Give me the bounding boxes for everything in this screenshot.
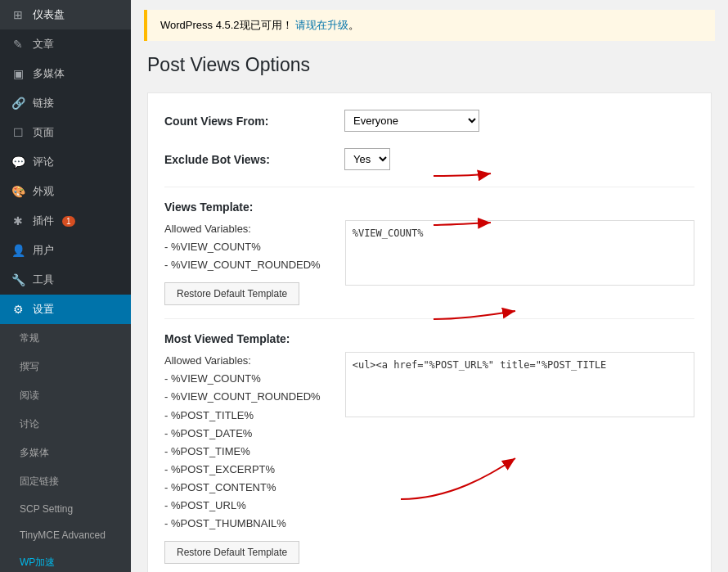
most-viewed-vars-list: - %VIEW_COUNT%- %VIEW_COUNT_ROUNDED%- %P… [164,370,321,533]
most-viewed-var-item: - %POST_EXCERPT% [164,461,321,479]
sidebar-submenu: 常规撰写阅读讨论多媒体固定链接SCP SettingTinyMCE Advanc… [0,324,131,572]
exclude-bot-select[interactable]: YesNo [344,148,390,170]
most-viewed-allowed-title: Allowed Variables: [164,352,321,370]
divider2 [164,318,694,319]
sidebar-label-links: 链接 [33,96,54,110]
submenu-item-reading[interactable]: 阅读 [0,381,131,410]
sidebar-label-tools: 工具 [33,272,54,287]
update-notice: WordPress 4.5.2现已可用！ 请现在升级。 [144,10,715,41]
views-var-item: - %VIEW_COUNT% [164,238,321,256]
most-viewed-var-item: - %VIEW_COUNT_ROUNDED% [164,388,321,406]
restore-views-btn[interactable]: Restore Default Template [164,282,299,305]
sidebar-label-dashboard: 仪表盘 [33,7,65,22]
submenu-label-permalinks: 固定链接 [20,475,59,489]
sidebar: ⊞仪表盘✎文章▣多媒体🔗链接☐页面💬评论🎨外观✱插件1👤用户🔧工具⚙设置常规撰写… [0,0,131,572]
sidebar-item-media[interactable]: ▣多媒体 [0,59,131,88]
most-viewed-var-item: - %POST_THUMBNAIL% [164,515,321,533]
sidebar-label-posts: 文章 [33,37,54,52]
most-viewed-var-item: - %POST_DATE% [164,425,321,443]
views-template-content: Allowed Variables: - %VIEW_COUNT%- %VIEW… [164,220,694,305]
most-viewed-title: Most Viewed Template: [164,332,694,345]
submenu-label-scp: SCP Setting [20,503,73,515]
views-template-section: Views Template: Allowed Variables: - %VI… [164,200,694,305]
submenu-item-tinymce[interactable]: TinyMCE Advanced [0,522,131,548]
options-block: Count Views From: EveryoneGuests OnlyReg… [147,92,712,572]
most-viewed-var-item: - %POST_TIME% [164,443,321,461]
restore-most-viewed-btn[interactable]: Restore Default Template [164,541,299,564]
submenu-label-discussion: 讨论 [20,417,39,431]
upgrade-link[interactable]: 请现在升级 [295,19,348,31]
most-viewed-content: Allowed Variables: - %VIEW_COUNT%- %VIEW… [164,352,694,564]
sidebar-item-plugins[interactable]: ✱插件1 [0,206,131,236]
content-area: Post Views Options [131,41,728,572]
main-content: WordPress 4.5.2现已可用！ 请现在升级。 Post Views O… [131,0,728,572]
most-viewed-section: Most Viewed Template: Allowed Variables:… [164,332,694,564]
sidebar-item-comments[interactable]: 💬评论 [0,147,131,177]
sidebar-label-appearance: 外观 [33,184,54,199]
appearance-icon: 🎨 [10,185,26,198]
views-vars-list: - %VIEW_COUNT%- %VIEW_COUNT_ROUNDED% [164,238,321,274]
sidebar-label-pages: 页面 [33,125,54,140]
most-viewed-template-editor[interactable]: <ul><a href="%POST_URL%" title="%POST_TI… [345,352,694,417]
submenu-item-general[interactable]: 常规 [0,324,131,353]
media-icon: ▣ [10,67,26,80]
most-viewed-var-item: - %POST_TITLE% [164,407,321,425]
links-icon: 🔗 [10,97,26,110]
sidebar-item-tools[interactable]: 🔧工具 [0,265,131,295]
views-template-title: Views Template: [164,200,694,214]
views-template-editor[interactable]: %VIEW_COUNT% [345,220,694,286]
views-var-item: - %VIEW_COUNT_ROUNDED% [164,256,321,274]
pages-icon: ☐ [10,126,26,139]
posts-icon: ✎ [10,38,26,51]
sidebar-item-posts[interactable]: ✎文章 [0,29,131,59]
submenu-item-discussion[interactable]: 讨论 [0,410,131,439]
count-views-row: Count Views From: EveryoneGuests OnlyReg… [164,110,694,132]
comments-icon: 💬 [10,155,26,169]
views-allowed-title: Allowed Variables: [164,220,321,238]
submenu-item-media-sub[interactable]: 多媒体 [0,439,131,467]
tools-icon: 🔧 [10,273,26,286]
divider1 [164,187,694,187]
most-viewed-var-item: - %POST_URL% [164,497,321,515]
sidebar-item-appearance[interactable]: 🎨外观 [0,177,131,206]
settings-icon: ⚙ [10,303,26,316]
submenu-item-permalinks[interactable]: 固定链接 [0,467,131,496]
sidebar-item-settings[interactable]: ⚙设置 [0,295,131,324]
plugins-icon: ✱ [10,214,26,227]
most-viewed-left: Allowed Variables: - %VIEW_COUNT%- %VIEW… [164,352,321,564]
submenu-label-writing: 撰写 [20,360,39,374]
submenu-item-scp[interactable]: SCP Setting [0,496,131,522]
most-viewed-var-item: - %POST_CONTENT% [164,479,321,497]
sidebar-item-users[interactable]: 👤用户 [0,236,131,265]
submenu-item-writing[interactable]: 撰写 [0,353,131,381]
sidebar-label-comments: 评论 [33,155,54,169]
exclude-bot-row: Exclude Bot Views: YesNo [164,148,694,170]
most-viewed-var-item: - %VIEW_COUNT% [164,370,321,388]
submenu-item-wp-jia-su[interactable]: WP加速 [0,548,131,572]
sidebar-label-users: 用户 [33,243,54,258]
most-viewed-template-value: <ul><a href="%POST_URL%" title="%POST_TI… [353,359,687,371]
submenu-label-media-sub: 多媒体 [20,446,49,460]
update-text: WordPress 4.5.2现已可用！ [160,19,293,31]
sidebar-item-links[interactable]: 🔗链接 [0,88,131,118]
sidebar-item-pages[interactable]: ☐页面 [0,118,131,147]
views-template-left: Allowed Variables: - %VIEW_COUNT%- %VIEW… [164,220,321,305]
submenu-label-tinymce: TinyMCE Advanced [20,529,106,541]
exclude-bot-label: Exclude Bot Views: [164,153,328,166]
submenu-label-reading: 阅读 [20,389,39,403]
dashboard-icon: ⊞ [10,8,26,21]
count-views-label: Count Views From: [164,115,328,128]
submenu-label-wp-jia-su: WP加速 [20,556,55,570]
count-views-select[interactable]: EveryoneGuests OnlyRegistered Users Only [344,110,479,132]
sidebar-label-plugins: 插件 [33,214,54,228]
page-title: Post Views Options [147,54,712,76]
sidebar-label-settings: 设置 [33,302,54,317]
badge-plugins: 1 [62,216,75,227]
sidebar-item-dashboard[interactable]: ⊞仪表盘 [0,0,131,29]
views-template-value: %VIEW_COUNT% [353,227,687,239]
users-icon: 👤 [10,244,26,257]
submenu-label-general: 常规 [20,331,39,345]
sidebar-label-media: 多媒体 [33,66,65,81]
